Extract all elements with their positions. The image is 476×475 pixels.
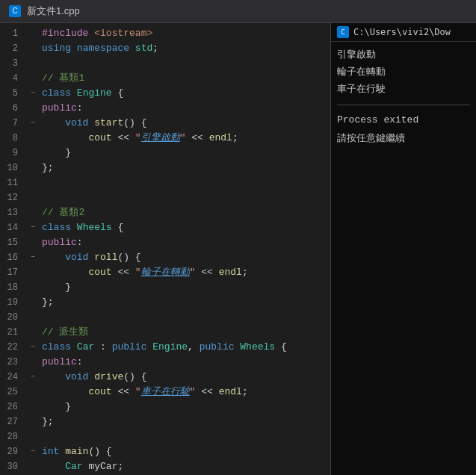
line-content: }; — [39, 161, 330, 176]
line-content: #include <iostream> — [39, 26, 330, 41]
line-content: cout << "輪子在轉動" << endl; — [39, 265, 330, 280]
line-num: 28 — [0, 429, 27, 444]
code-line-5: 5 − class Engine { — [0, 86, 330, 101]
process-exit-text: Process exited — [337, 113, 470, 128]
output-line-3: 車子在行駛 — [337, 82, 470, 98]
line-num: 30 — [0, 459, 27, 474]
code-line-29: 29 − int main() { — [0, 444, 330, 459]
file-type-icon: C — [9, 5, 21, 17]
line-content: // 派生類 — [39, 325, 330, 340]
line-content: } — [39, 146, 330, 161]
line-content: using namespace std; — [39, 41, 330, 56]
terminal-divider — [337, 105, 470, 105]
terminal-content[interactable]: 引擎啟動 輪子在轉動 車子在行駛 Process exited 請按任意鍵繼續 — [331, 42, 476, 475]
line-num: 22 — [0, 340, 27, 355]
line-num: 15 — [0, 235, 27, 250]
code-line-30: 30 Car myCar; — [0, 459, 330, 474]
fold-indicator[interactable]: − — [27, 220, 39, 235]
line-num: 3 — [0, 56, 27, 71]
line-num: 26 — [0, 400, 27, 415]
line-content: void start() { — [39, 116, 330, 131]
line-num: 27 — [0, 415, 27, 429]
line-num: 19 — [0, 295, 27, 310]
line-content: Car myCar; — [39, 459, 330, 474]
code-line-23: 23 public: — [0, 355, 330, 370]
terminal-output: 引擎啟動 輪子在轉動 車子在行駛 — [337, 48, 470, 97]
line-content: } — [39, 400, 330, 415]
code-line-6: 6 public: — [0, 101, 330, 116]
code-line-21: 21 // 派生類 — [0, 325, 330, 340]
code-line-20: 20 — [0, 310, 330, 325]
line-num: 29 — [0, 444, 27, 459]
code-line-7: 7 − void start() { — [0, 116, 330, 131]
line-content: public: — [39, 235, 330, 250]
code-line-14: 14 − class Wheels { — [0, 220, 330, 235]
code-line-27: 27 }; — [0, 415, 330, 429]
line-content: public: — [39, 101, 330, 116]
code-line-11: 11 — [0, 176, 330, 190]
code-line-13: 13 // 基類2 — [0, 205, 330, 220]
code-line-3: 3 — [0, 56, 330, 71]
continue-text: 請按任意鍵繼續 — [337, 131, 470, 147]
line-num: 12 — [0, 190, 27, 205]
line-num: 21 — [0, 325, 27, 340]
line-content: }; — [39, 415, 330, 429]
fold-indicator[interactable]: − — [27, 340, 39, 355]
main-content: 1 #include <iostream> 2 using namespace … — [0, 23, 476, 475]
output-line-1: 引擎啟動 — [337, 48, 470, 63]
line-num: 2 — [0, 41, 27, 56]
line-num: 9 — [0, 146, 27, 161]
line-content: void roll() { — [39, 250, 330, 265]
line-num: 1 — [0, 26, 27, 41]
fold-indicator[interactable]: − — [27, 250, 39, 265]
fold-indicator[interactable]: − — [27, 370, 39, 385]
fold-indicator[interactable]: − — [27, 86, 39, 101]
line-content: class Engine { — [39, 86, 330, 101]
code-line-22: 22 − class Car : public Engine, public W… — [0, 340, 330, 355]
line-content: // 基類1 — [39, 71, 330, 86]
line-num: 6 — [0, 101, 27, 116]
line-content: public: — [39, 355, 330, 370]
line-num: 17 — [0, 265, 27, 280]
code-line-16: 16 − void roll() { — [0, 250, 330, 265]
line-content: }; — [39, 295, 330, 310]
terminal-path: C:\Users\vivi2\Dow — [353, 27, 451, 37]
terminal-header: C C:\Users\vivi2\Dow — [331, 23, 476, 42]
code-line-15: 15 public: — [0, 235, 330, 250]
line-content: int main() { — [39, 444, 330, 459]
line-content: } — [39, 280, 330, 295]
code-editor[interactable]: 1 #include <iostream> 2 using namespace … — [0, 23, 330, 475]
code-line-12: 12 — [0, 190, 330, 205]
code-line-24: 24 − void drive() { — [0, 370, 330, 385]
line-num: 24 — [0, 370, 27, 385]
fold-indicator[interactable]: − — [27, 444, 39, 459]
code-line-4: 4 // 基類1 — [0, 71, 330, 86]
terminal-panel: C C:\Users\vivi2\Dow 引擎啟動 輪子在轉動 車子在行駛 Pr… — [330, 23, 476, 475]
line-num: 10 — [0, 161, 27, 176]
code-line-28: 28 — [0, 429, 330, 444]
code-line-2: 2 using namespace std; — [0, 41, 330, 56]
line-content: class Car : public Engine, public Wheels… — [39, 340, 330, 355]
line-num: 5 — [0, 86, 27, 101]
output-line-2: 輪子在轉動 — [337, 65, 470, 81]
code-line-9: 9 } — [0, 146, 330, 161]
code-line-10: 10 }; — [0, 161, 330, 176]
code-line-19: 19 }; — [0, 295, 330, 310]
line-num: 8 — [0, 131, 27, 146]
line-num: 20 — [0, 310, 27, 325]
title-bar: C 新文件1.cpp — [0, 0, 476, 23]
terminal-icon: C — [337, 26, 349, 38]
fold-indicator[interactable]: − — [27, 116, 39, 131]
line-num: 25 — [0, 385, 27, 400]
code-line-18: 18 } — [0, 280, 330, 295]
line-num: 4 — [0, 71, 27, 86]
line-num: 11 — [0, 176, 27, 190]
line-num: 23 — [0, 355, 27, 370]
line-num: 14 — [0, 220, 27, 235]
code-line-1: 1 #include <iostream> — [0, 26, 330, 41]
file-name: 新文件1.cpp — [27, 4, 80, 18]
line-content: void drive() { — [39, 370, 330, 385]
code-line-8: 8 cout << "引擎啟動" << endl; — [0, 131, 330, 146]
line-num: 18 — [0, 280, 27, 295]
line-content: cout << "引擎啟動" << endl; — [39, 131, 330, 146]
